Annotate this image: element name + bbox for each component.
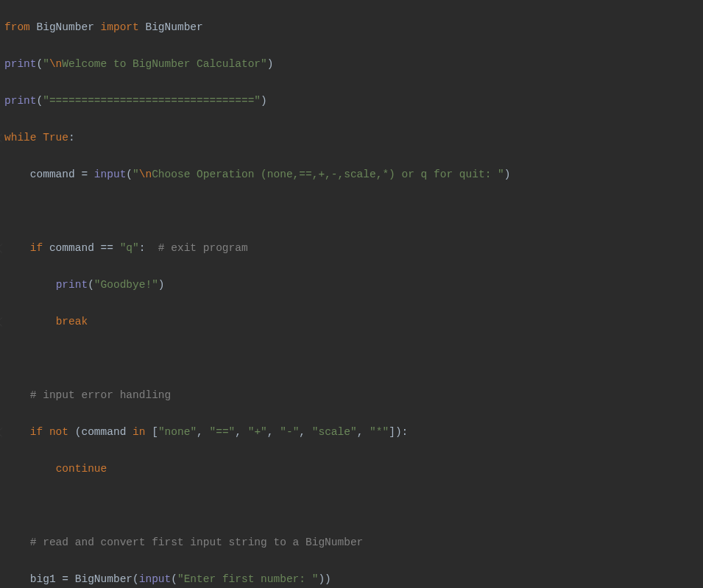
code-line[interactable]: # input error handling	[4, 386, 699, 405]
string-literal: "+"	[248, 426, 267, 438]
comma: ,	[299, 426, 311, 438]
paren-expr: (command	[75, 426, 133, 438]
string-literal: "Goodbye!"	[94, 279, 158, 291]
condition: command ==	[49, 242, 120, 254]
code-line[interactable]: print("================================"…	[4, 92, 699, 110]
comma: ,	[235, 426, 247, 438]
indent	[4, 242, 30, 254]
escape-seq: \n	[139, 169, 152, 180]
code-line[interactable]: from BigNumber import BigNumber	[4, 18, 699, 37]
colon: :	[139, 242, 158, 254]
keyword-break: break	[56, 316, 88, 327]
code-line[interactable]	[4, 350, 699, 368]
indent	[4, 169, 30, 180]
comment: # read and convert first input string to…	[30, 536, 363, 548]
assignment: big1 = BigNumber(	[30, 573, 139, 585]
builtin-print: print	[56, 279, 88, 291]
comment: # exit program	[158, 242, 248, 254]
string-literal: "=="	[210, 426, 236, 438]
code-line[interactable]: break	[4, 313, 699, 331]
keyword-from: from	[4, 21, 30, 33]
paren: ))	[318, 573, 331, 585]
string-quote: "	[498, 169, 504, 180]
indent	[4, 536, 30, 548]
keyword-in: in	[133, 426, 152, 438]
indent	[4, 389, 30, 401]
code-line[interactable]: print("Goodbye!")	[4, 276, 699, 294]
code-line[interactable]: command = input("\nChoose Operation (non…	[4, 166, 699, 184]
string-literal: "scale"	[312, 426, 357, 438]
code-line[interactable]	[4, 202, 699, 221]
builtin-input: input	[139, 573, 172, 585]
paren: )	[261, 95, 267, 107]
string-literal: "Enter first number: "	[177, 573, 318, 585]
comma: ,	[197, 426, 209, 438]
escape-seq: \n	[49, 58, 62, 70]
indent	[4, 573, 30, 585]
paren: (	[88, 279, 94, 291]
comma: ,	[267, 426, 280, 438]
keyword-if-not: if not	[30, 426, 75, 438]
indent	[4, 316, 56, 327]
code-line[interactable]: while True:	[4, 129, 699, 147]
code-line[interactable]: print("\nWelcome to BigNumber Calculator…	[4, 55, 699, 74]
string-quote: "	[133, 169, 139, 180]
string-literal: "none"	[158, 426, 197, 438]
string-literal: "q"	[120, 242, 139, 254]
code-line[interactable]: if not (command in ["none", "==", "+", "…	[4, 423, 699, 442]
code-line[interactable]: if command == "q": # exit program	[4, 239, 699, 258]
bracket: ]):	[389, 426, 408, 438]
string-literal: "-"	[280, 426, 299, 438]
builtin-print: print	[4, 95, 37, 107]
indent	[4, 279, 56, 291]
paren: (	[37, 58, 43, 70]
comma: ,	[357, 426, 370, 438]
keyword-while: while	[4, 132, 43, 144]
string-literal: "*"	[370, 426, 389, 438]
code-line[interactable]: continue	[4, 460, 699, 478]
string-literal: Choose Operation (none,==,+,-,scale,*) o…	[152, 169, 498, 180]
bracket: [	[152, 426, 158, 438]
string-literal: Welcome to BigNumber Calculator	[62, 58, 261, 70]
builtin-print: print	[4, 58, 37, 70]
indent	[4, 426, 30, 438]
keyword-continue: continue	[56, 463, 107, 475]
indent	[4, 463, 56, 475]
paren: (	[171, 573, 177, 585]
string-quote: "	[261, 58, 267, 70]
paren: )	[158, 279, 165, 291]
assignment: command =	[30, 169, 94, 180]
paren: )	[267, 58, 274, 70]
string-literal: "================================"	[43, 95, 261, 107]
code-line[interactable]: # read and convert first input string to…	[4, 534, 699, 552]
code-line[interactable]: big1 = BigNumber(input("Enter first numb…	[4, 570, 699, 588]
paren: (	[126, 169, 133, 180]
code-line[interactable]	[4, 497, 699, 515]
colon: :	[68, 132, 75, 144]
paren: (	[37, 95, 43, 107]
keyword-true: True	[43, 132, 68, 144]
keyword-if: if	[30, 242, 49, 254]
comment: # input error handling	[30, 389, 171, 401]
class-name: BigNumber	[139, 21, 203, 33]
keyword-import: import	[101, 21, 139, 33]
module-name: BigNumber	[30, 21, 101, 33]
string-quote: "	[43, 58, 49, 70]
builtin-input: input	[94, 169, 127, 180]
paren: )	[504, 169, 511, 180]
code-editor[interactable]: from BigNumber import BigNumber print("\…	[0, 0, 703, 588]
